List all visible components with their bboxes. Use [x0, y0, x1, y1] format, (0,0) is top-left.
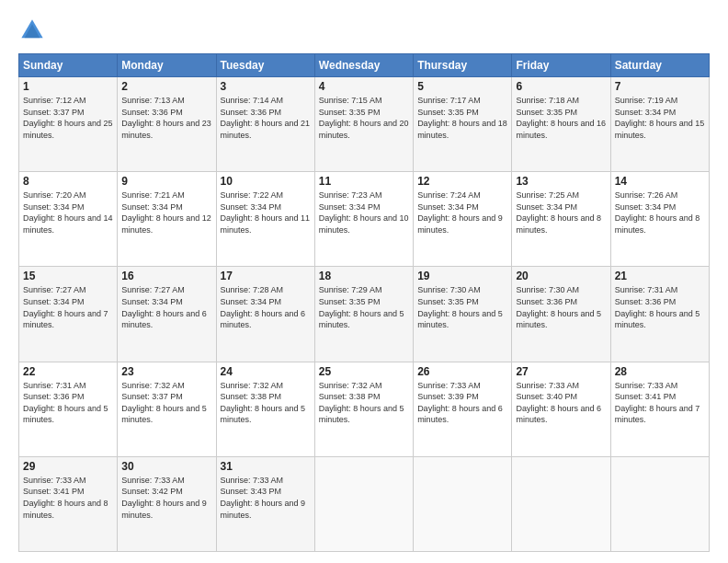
day-number: 13 — [516, 175, 606, 188]
day-number: 14 — [615, 175, 705, 188]
day-info: Sunrise: 7:33 AMSunset: 3:39 PMDaylight:… — [417, 381, 503, 425]
logo — [18, 17, 50, 44]
day-number: 17 — [221, 270, 311, 282]
day-info: Sunrise: 7:33 AMSunset: 3:41 PMDaylight:… — [23, 476, 108, 520]
calendar-cell: 16 Sunrise: 7:27 AMSunset: 3:34 PMDaylig… — [118, 267, 216, 362]
day-number: 31 — [221, 460, 311, 473]
calendar-cell — [414, 456, 512, 551]
calendar-cell: 31 Sunrise: 7:33 AMSunset: 3:43 PMDaylig… — [216, 456, 314, 551]
calendar-cell: 9 Sunrise: 7:21 AMSunset: 3:34 PMDayligh… — [118, 172, 216, 267]
day-number: 28 — [615, 365, 705, 378]
calendar-cell: 11 Sunrise: 7:23 AMSunset: 3:34 PMDaylig… — [314, 172, 413, 267]
day-number: 21 — [615, 270, 705, 282]
day-number: 16 — [121, 270, 211, 282]
day-number: 6 — [516, 80, 606, 93]
calendar-cell: 17 Sunrise: 7:28 AMSunset: 3:34 PMDaylig… — [216, 267, 314, 362]
day-info: Sunrise: 7:21 AMSunset: 3:34 PMDaylight:… — [121, 190, 211, 235]
calendar-cell — [610, 456, 709, 551]
weekday-header-tuesday: Tuesday — [216, 54, 314, 77]
day-number: 30 — [121, 460, 211, 473]
calendar-cell: 19 Sunrise: 7:30 AMSunset: 3:35 PMDaylig… — [414, 267, 512, 362]
day-number: 18 — [319, 270, 409, 282]
weekday-header-saturday: Saturday — [610, 54, 709, 77]
week-row-1: 1 Sunrise: 7:12 AMSunset: 3:37 PMDayligh… — [19, 77, 710, 172]
day-number: 19 — [417, 270, 507, 282]
day-info: Sunrise: 7:29 AMSunset: 3:35 PMDaylight:… — [319, 285, 404, 329]
day-info: Sunrise: 7:14 AMSunset: 3:36 PMDaylight:… — [221, 96, 311, 140]
day-number: 2 — [121, 80, 211, 93]
calendar-cell: 21 Sunrise: 7:31 AMSunset: 3:36 PMDaylig… — [610, 267, 709, 362]
day-info: Sunrise: 7:27 AMSunset: 3:34 PMDaylight:… — [23, 285, 108, 329]
weekday-header-sunday: Sunday — [19, 54, 118, 77]
weekday-header-thursday: Thursday — [414, 54, 512, 77]
calendar-cell: 2 Sunrise: 7:13 AMSunset: 3:36 PMDayligh… — [118, 77, 216, 172]
calendar-cell: 5 Sunrise: 7:17 AMSunset: 3:35 PMDayligh… — [414, 77, 512, 172]
day-info: Sunrise: 7:22 AMSunset: 3:34 PMDaylight:… — [221, 190, 311, 235]
day-info: Sunrise: 7:33 AMSunset: 3:41 PMDaylight:… — [615, 381, 700, 425]
calendar-cell: 27 Sunrise: 7:33 AMSunset: 3:40 PMDaylig… — [512, 362, 610, 456]
day-number: 10 — [221, 175, 311, 188]
day-number: 1 — [23, 80, 113, 93]
calendar-cell: 7 Sunrise: 7:19 AMSunset: 3:34 PMDayligh… — [610, 77, 709, 172]
day-number: 15 — [23, 270, 113, 282]
day-info: Sunrise: 7:33 AMSunset: 3:42 PMDaylight:… — [121, 476, 207, 520]
calendar-cell: 26 Sunrise: 7:33 AMSunset: 3:39 PMDaylig… — [414, 362, 512, 456]
day-number: 29 — [23, 460, 113, 473]
day-info: Sunrise: 7:30 AMSunset: 3:36 PMDaylight:… — [516, 285, 601, 329]
calendar-cell: 6 Sunrise: 7:18 AMSunset: 3:35 PMDayligh… — [512, 77, 610, 172]
calendar-cell: 3 Sunrise: 7:14 AMSunset: 3:36 PMDayligh… — [216, 77, 314, 172]
day-number: 24 — [221, 365, 311, 378]
calendar-cell: 28 Sunrise: 7:33 AMSunset: 3:41 PMDaylig… — [610, 362, 709, 456]
calendar-cell: 22 Sunrise: 7:31 AMSunset: 3:36 PMDaylig… — [19, 362, 118, 456]
weekday-header-wednesday: Wednesday — [314, 54, 413, 77]
day-number: 26 — [417, 365, 507, 378]
day-info: Sunrise: 7:26 AMSunset: 3:34 PMDaylight:… — [615, 190, 700, 235]
weekday-header-monday: Monday — [118, 54, 216, 77]
logo-icon — [18, 17, 46, 44]
week-row-2: 8 Sunrise: 7:20 AMSunset: 3:34 PMDayligh… — [19, 172, 710, 267]
day-number: 4 — [319, 80, 409, 93]
calendar-cell: 14 Sunrise: 7:26 AMSunset: 3:34 PMDaylig… — [610, 172, 709, 267]
day-number: 25 — [319, 365, 409, 378]
day-info: Sunrise: 7:32 AMSunset: 3:38 PMDaylight:… — [221, 381, 306, 425]
week-row-3: 15 Sunrise: 7:27 AMSunset: 3:34 PMDaylig… — [19, 267, 710, 362]
day-number: 7 — [615, 80, 705, 93]
day-info: Sunrise: 7:32 AMSunset: 3:37 PMDaylight:… — [121, 381, 207, 425]
day-number: 3 — [221, 80, 311, 93]
day-info: Sunrise: 7:23 AMSunset: 3:34 PMDaylight:… — [319, 190, 409, 235]
page: SundayMondayTuesdayWednesdayThursdayFrid… — [0, 0, 728, 563]
day-info: Sunrise: 7:31 AMSunset: 3:36 PMDaylight:… — [23, 381, 108, 425]
day-number: 12 — [417, 175, 507, 188]
calendar-cell: 20 Sunrise: 7:30 AMSunset: 3:36 PMDaylig… — [512, 267, 610, 362]
day-info: Sunrise: 7:31 AMSunset: 3:36 PMDaylight:… — [615, 285, 700, 329]
day-info: Sunrise: 7:18 AMSunset: 3:35 PMDaylight:… — [516, 96, 606, 140]
calendar-cell: 1 Sunrise: 7:12 AMSunset: 3:37 PMDayligh… — [19, 77, 118, 172]
day-info: Sunrise: 7:27 AMSunset: 3:34 PMDaylight:… — [121, 285, 207, 329]
day-number: 5 — [417, 80, 507, 93]
calendar-cell: 4 Sunrise: 7:15 AMSunset: 3:35 PMDayligh… — [314, 77, 413, 172]
day-info: Sunrise: 7:20 AMSunset: 3:34 PMDaylight:… — [23, 190, 113, 235]
day-number: 22 — [23, 365, 113, 378]
weekday-header-friday: Friday — [512, 54, 610, 77]
calendar-cell: 10 Sunrise: 7:22 AMSunset: 3:34 PMDaylig… — [216, 172, 314, 267]
day-number: 11 — [319, 175, 409, 188]
calendar-cell: 8 Sunrise: 7:20 AMSunset: 3:34 PMDayligh… — [19, 172, 118, 267]
day-number: 27 — [516, 365, 606, 378]
weekday-header-row: SundayMondayTuesdayWednesdayThursdayFrid… — [19, 54, 710, 77]
week-row-4: 22 Sunrise: 7:31 AMSunset: 3:36 PMDaylig… — [19, 362, 710, 456]
calendar-cell: 23 Sunrise: 7:32 AMSunset: 3:37 PMDaylig… — [118, 362, 216, 456]
calendar-table: SundayMondayTuesdayWednesdayThursdayFrid… — [18, 53, 710, 552]
day-info: Sunrise: 7:33 AMSunset: 3:40 PMDaylight:… — [516, 381, 601, 425]
day-number: 8 — [23, 175, 113, 188]
header — [18, 17, 710, 44]
calendar-cell: 25 Sunrise: 7:32 AMSunset: 3:38 PMDaylig… — [314, 362, 413, 456]
day-number: 9 — [121, 175, 211, 188]
day-info: Sunrise: 7:30 AMSunset: 3:35 PMDaylight:… — [417, 285, 503, 329]
calendar-cell: 18 Sunrise: 7:29 AMSunset: 3:35 PMDaylig… — [314, 267, 413, 362]
day-number: 23 — [121, 365, 211, 378]
calendar-cell: 13 Sunrise: 7:25 AMSunset: 3:34 PMDaylig… — [512, 172, 610, 267]
calendar-cell: 30 Sunrise: 7:33 AMSunset: 3:42 PMDaylig… — [118, 456, 216, 551]
calendar-cell — [512, 456, 610, 551]
calendar-cell: 15 Sunrise: 7:27 AMSunset: 3:34 PMDaylig… — [19, 267, 118, 362]
day-info: Sunrise: 7:12 AMSunset: 3:37 PMDaylight:… — [23, 96, 113, 140]
